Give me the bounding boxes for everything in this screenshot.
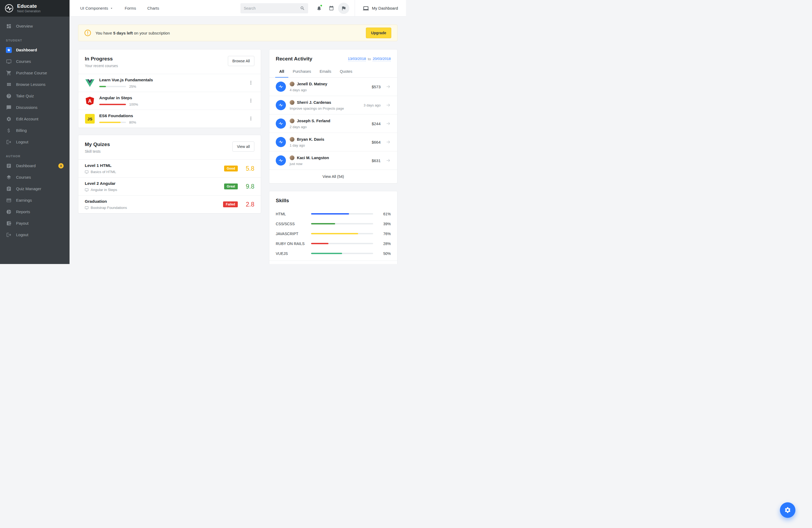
sidebar-item-logout-student[interactable]: Logout: [0, 136, 70, 148]
activity-time: 3 days ago: [363, 103, 381, 107]
nav-label: Charts: [147, 6, 159, 11]
sidebar-item-edit-account[interactable]: Edit Account: [0, 113, 70, 125]
activity-meta: 1 day ago: [290, 143, 324, 147]
article-icon: [6, 163, 12, 169]
layers-icon: [6, 174, 12, 180]
more-options-icon[interactable]: [247, 115, 255, 123]
my-dashboard-link[interactable]: My Dashboard: [354, 0, 406, 16]
in-progress-header: In Progress Your recent courses Browse A…: [78, 49, 261, 74]
sidebar-item-label: Logout: [16, 140, 28, 144]
sidebar-item-take-quiz[interactable]: Take Quiz: [0, 90, 70, 102]
my-quizes-card: My Quizes Skill tests View all Level 1 H…: [78, 135, 261, 213]
skills-view-all-link[interactable]: View All: [269, 260, 397, 264]
activity-view-all-link[interactable]: View All (54): [269, 170, 397, 183]
mini-monitor-icon: [85, 206, 88, 210]
search-icon[interactable]: [300, 6, 305, 11]
sidebar-item-courses-author[interactable]: Courses: [0, 171, 70, 183]
course-row: JS ES6 Foundations 80%: [78, 110, 261, 128]
browse-all-button[interactable]: Browse All: [228, 56, 255, 66]
date-from-link[interactable]: 13/03/2018: [348, 57, 366, 61]
quiz-score: 2.8: [242, 201, 255, 208]
skill-row: HTML 61%: [276, 209, 391, 219]
sidebar-item-dashboard-student[interactable]: Dashboard: [0, 44, 70, 56]
more-options-icon[interactable]: [247, 97, 255, 105]
activity-meta: 2 days ago: [290, 125, 330, 129]
topbar-right: My Dashboard: [241, 0, 406, 16]
sidebar-item-earnings[interactable]: Earnings: [0, 195, 70, 206]
quiz-course: Basics of HTML: [91, 170, 116, 174]
arrow-right-icon[interactable]: [386, 84, 391, 89]
calendar-button[interactable]: [326, 3, 337, 14]
sidebar-item-overview[interactable]: Overview: [0, 20, 70, 32]
sidebar-item-logout-author[interactable]: Logout: [0, 229, 70, 241]
quiz-info: Level 2 Angular Angular in Steps: [85, 181, 117, 192]
search-input[interactable]: [244, 6, 300, 11]
quiz-name: Level 1 HTML: [85, 163, 116, 168]
arrow-right-icon[interactable]: [386, 121, 391, 126]
activity-row[interactable]: Kaci M. Langston just now $631: [269, 152, 397, 170]
notifications-bell-button[interactable]: [314, 3, 325, 14]
activity-row[interactable]: Jenell D. Matney 4 days ago $573: [269, 77, 397, 96]
flag-button[interactable]: [338, 3, 349, 14]
card-subtitle: Skill tests: [85, 149, 110, 154]
activity-meta: just now: [290, 162, 329, 166]
course-name: Angular in Steps: [99, 96, 138, 100]
brand-pulse-icon: [4, 3, 14, 13]
course-name: ES6 Foundations: [99, 113, 136, 118]
activity-meta: 4 days ago: [290, 88, 328, 92]
laptop-icon: [363, 5, 369, 11]
notification-dot: [320, 4, 322, 7]
sidebar-item-browse-lessons[interactable]: Browse Lessons: [0, 79, 70, 90]
course-name: Learn Vue.js Fundamentals: [99, 77, 153, 82]
brand-pulse-icon: [276, 82, 286, 92]
date-to-link[interactable]: 20/03/2018: [373, 57, 391, 61]
sidebar-item-quiz-manager[interactable]: Quiz Manager: [0, 183, 70, 195]
sidebar-item-purchase-course[interactable]: Purchase Course: [0, 67, 70, 79]
skill-percent: 61%: [379, 212, 391, 216]
brand-subtitle: Next Generation: [17, 10, 40, 13]
sidebar-item-dashboard-author[interactable]: Dashboard 8: [0, 160, 70, 171]
skill-percent: 50%: [379, 252, 391, 256]
skill-label: JAVASCRIPT: [276, 232, 311, 236]
sidebar-item-billing[interactable]: Billing: [0, 125, 70, 136]
arrow-right-icon[interactable]: [386, 140, 391, 144]
skill-label: HTML: [276, 212, 311, 216]
progress-fill: [99, 104, 126, 105]
gear-icon: [6, 116, 12, 122]
arrow-right-icon[interactable]: [386, 103, 391, 108]
sidebar-item-discussions[interactable]: Discussions: [0, 102, 70, 113]
activity-amount: $573: [372, 85, 381, 89]
search-box: [241, 3, 308, 13]
tab-purchases[interactable]: Purchases: [289, 67, 315, 77]
activity-amount: $664: [372, 140, 381, 144]
nav-charts[interactable]: Charts: [147, 6, 159, 11]
brand-header[interactable]: Educate Next Generation: [0, 0, 70, 17]
nav-forms[interactable]: Forms: [125, 6, 136, 11]
tab-all[interactable]: All: [275, 67, 288, 77]
alert-prefix: You have: [96, 31, 112, 35]
recent-activity-header: Recent Activity 13/03/2018 to 20/03/2018: [269, 49, 397, 67]
arrow-right-icon[interactable]: [386, 158, 391, 163]
overview-icon: [6, 23, 12, 29]
javascript-logo-icon: JS: [85, 114, 95, 124]
activity-row[interactable]: Bryan K. Davis 1 day ago $664: [269, 133, 397, 152]
activity-row[interactable]: Joseph S. Ferland 2 days ago $244: [269, 114, 397, 133]
tab-quotes[interactable]: Quotes: [336, 67, 357, 77]
sidebar-item-label: Dashboard: [16, 47, 37, 52]
view-all-quizes-button[interactable]: View all: [232, 142, 255, 152]
sidebar-nav: Overview STUDENT Dashboard Courses Purch…: [0, 17, 70, 244]
sidebar-item-courses-student[interactable]: Courses: [0, 56, 70, 67]
more-options-icon[interactable]: [247, 79, 255, 87]
tab-emails[interactable]: Emails: [316, 67, 335, 77]
calendar-icon: [329, 5, 334, 11]
quiz-name: Graduation: [85, 199, 127, 204]
activity-row[interactable]: Sherri J. Cardenas Improve spacings on P…: [269, 96, 397, 114]
upgrade-button[interactable]: Upgrade: [366, 28, 391, 38]
sidebar-item-payout[interactable]: Payout: [0, 217, 70, 229]
sidebar-item-reports[interactable]: Reports: [0, 206, 70, 217]
sidebar-item-label: Dashboard: [16, 163, 35, 168]
cart-icon: [6, 70, 12, 76]
sidebar-item-label: Quiz Manager: [16, 186, 41, 191]
nav-ui-components[interactable]: UI Components: [80, 6, 113, 11]
brand-pulse-icon: [276, 100, 286, 110]
